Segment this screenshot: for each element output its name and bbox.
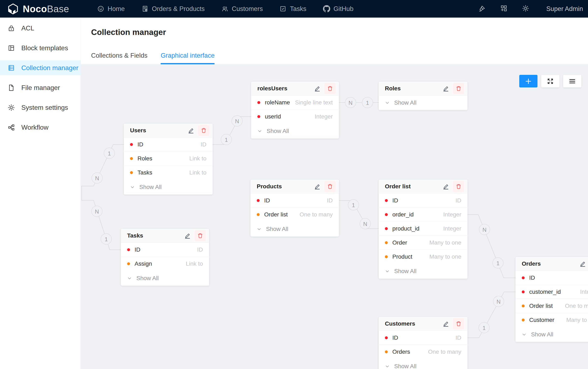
field-row[interactable]: TasksLink to bbox=[124, 166, 213, 180]
graph-menu-button[interactable] bbox=[563, 75, 581, 88]
collection-card-users[interactable]: UsersIDIDRolesLink toTasksLink toShow Al… bbox=[124, 124, 213, 195]
show-all-toggle[interactable]: Show All bbox=[379, 359, 468, 369]
collection-card-order-list[interactable]: Order listIDIDorder_idIntegerproduct_idI… bbox=[379, 180, 468, 279]
field-row[interactable]: CustomerMany to one bbox=[515, 313, 588, 327]
field-list: IDIDOrdersOne to many bbox=[379, 331, 468, 359]
highlighter-button[interactable] bbox=[478, 5, 486, 13]
field-row[interactable]: IDID bbox=[379, 331, 468, 345]
delete-collection-button[interactable] bbox=[453, 83, 464, 94]
edit-collection-button[interactable] bbox=[183, 231, 192, 240]
field-row[interactable]: IDID bbox=[379, 193, 468, 208]
nav-item-label: Tasks bbox=[290, 5, 306, 13]
field-row[interactable]: OrdersOne to many bbox=[379, 345, 468, 359]
collection-card-roles[interactable]: RolesShow All bbox=[379, 82, 468, 110]
cardinality-text: 1 bbox=[108, 150, 111, 157]
field-row[interactable]: userIdInteger bbox=[251, 110, 339, 124]
tab-graphical-interface[interactable]: Graphical interface bbox=[161, 52, 214, 64]
field-row[interactable]: RolesLink to bbox=[124, 151, 213, 166]
delete-collection-button[interactable] bbox=[198, 125, 209, 136]
tabs: Collections & Fields Graphical interface bbox=[91, 52, 214, 64]
nav-item-orders-products[interactable]: Orders & Products bbox=[141, 5, 205, 13]
edit-collection-button[interactable] bbox=[578, 259, 587, 269]
orange-field-dot bbox=[257, 213, 260, 216]
graph-canvas[interactable]: N1N11NN11N1NN1 rolesUsersroleNameSingle … bbox=[81, 64, 588, 369]
delete-collection-button[interactable] bbox=[195, 230, 206, 241]
field-row[interactable]: roleNameSingle line text bbox=[251, 96, 339, 110]
add-collection-button[interactable] bbox=[519, 75, 537, 88]
show-all-toggle[interactable]: Show All bbox=[379, 264, 468, 279]
delete-collection-button[interactable] bbox=[453, 181, 464, 192]
field-row[interactable]: Order listOne to many bbox=[515, 299, 588, 313]
logo-noco: Noco bbox=[23, 3, 47, 14]
edit-collection-button[interactable] bbox=[441, 319, 451, 329]
user-menu[interactable]: Super Admin bbox=[546, 5, 583, 13]
field-name: Assign bbox=[135, 260, 186, 267]
field-name: Tasks bbox=[137, 169, 189, 176]
show-all-toggle[interactable]: Show All bbox=[121, 271, 209, 286]
chevron-down-icon bbox=[256, 226, 262, 232]
collection-card-customers[interactable]: CustomersIDIDOrdersOne to manyShow All bbox=[379, 317, 468, 369]
nav-item-customers[interactable]: Customers bbox=[221, 5, 263, 13]
nav-item-github[interactable]: GitHub bbox=[323, 5, 353, 13]
tab-collections-fields[interactable]: Collections & Fields bbox=[91, 52, 147, 64]
delete-collection-button[interactable] bbox=[325, 181, 336, 192]
field-row[interactable]: product_idInteger bbox=[379, 222, 468, 236]
collection-card-tasks[interactable]: TasksIDIDAssignLink toShow All bbox=[121, 229, 209, 286]
sidebar-item-acl[interactable]: ACL bbox=[0, 21, 81, 36]
sidebar-item-workflow[interactable]: Workflow bbox=[0, 120, 81, 135]
field-type: Integer bbox=[580, 289, 588, 295]
edit-collection-button[interactable] bbox=[312, 182, 322, 191]
relationship-edge[interactable] bbox=[468, 292, 515, 338]
nocobase-logo[interactable]: NocoBase bbox=[7, 3, 69, 15]
chevron-down-icon bbox=[130, 184, 135, 190]
sidebar-item-collection-manager[interactable]: Collection manager bbox=[0, 60, 81, 75]
edit-collection-button[interactable] bbox=[441, 84, 451, 93]
edit-icon bbox=[188, 127, 194, 134]
field-type: Single line text bbox=[295, 99, 333, 106]
fullscreen-button[interactable] bbox=[541, 75, 559, 88]
show-all-toggle[interactable]: Show All bbox=[251, 124, 339, 139]
delete-collection-button[interactable] bbox=[325, 83, 336, 94]
delete-collection-button[interactable] bbox=[453, 318, 464, 329]
field-row[interactable]: ProductMany to one bbox=[379, 250, 468, 264]
card-title: Tasks bbox=[127, 232, 183, 239]
edit-icon bbox=[314, 183, 321, 190]
relationship-edge[interactable] bbox=[468, 215, 515, 278]
sidebar-item-system-settings[interactable]: System settings bbox=[0, 100, 81, 115]
collection-card-rolesusers[interactable]: rolesUsersroleNameSingle line textuserId… bbox=[251, 82, 339, 139]
field-row[interactable]: customer_idInteger bbox=[515, 285, 588, 299]
field-row[interactable]: OrderMany to one bbox=[379, 236, 468, 250]
field-row[interactable]: IDID bbox=[251, 193, 339, 208]
gear-button[interactable] bbox=[522, 5, 529, 13]
sidebar-item-block-templates[interactable]: Block templates bbox=[0, 40, 81, 55]
field-row[interactable]: order_idInteger bbox=[379, 208, 468, 222]
sidebar-item-file-manager[interactable]: File manager bbox=[0, 80, 81, 95]
field-row[interactable]: AssignLink to bbox=[121, 257, 209, 271]
relationship-edge[interactable] bbox=[82, 144, 124, 250]
red-field-dot bbox=[130, 143, 133, 146]
red-field-dot bbox=[257, 199, 260, 202]
workflow-icon bbox=[8, 124, 15, 131]
edit-collection-button[interactable] bbox=[312, 84, 322, 93]
edit-collection-button[interactable] bbox=[441, 182, 451, 191]
field-type: Link to bbox=[189, 169, 207, 176]
show-all-toggle[interactable]: Show All bbox=[251, 222, 339, 237]
nav-item-label: GitHub bbox=[334, 5, 353, 13]
field-row[interactable]: IDID bbox=[515, 271, 588, 285]
field-row[interactable]: Order listOne to many bbox=[251, 208, 339, 222]
field-row[interactable]: IDID bbox=[121, 243, 209, 257]
show-all-toggle[interactable]: Show All bbox=[124, 180, 213, 195]
add-block-button[interactable] bbox=[500, 5, 508, 13]
field-row[interactable]: IDID bbox=[124, 138, 213, 151]
edit-collection-button[interactable] bbox=[186, 126, 196, 135]
plus-icon bbox=[525, 77, 532, 85]
page-header: Collection manager Collections & Fields … bbox=[81, 18, 588, 64]
nav-item-tasks[interactable]: Tasks bbox=[279, 5, 306, 13]
show-all-toggle[interactable]: Show All bbox=[515, 327, 588, 342]
collection-card-orders[interactable]: OrdersIDIDcustomer_idIntegerOrder listOn… bbox=[515, 257, 588, 342]
show-all-toggle[interactable]: Show All bbox=[379, 96, 468, 110]
graph-toolbar bbox=[519, 75, 581, 88]
card-header: Products bbox=[251, 180, 339, 193]
nav-item-home[interactable]: Home bbox=[97, 5, 125, 13]
collection-card-products[interactable]: ProductsIDIDOrder listOne to manyShow Al… bbox=[251, 180, 339, 237]
